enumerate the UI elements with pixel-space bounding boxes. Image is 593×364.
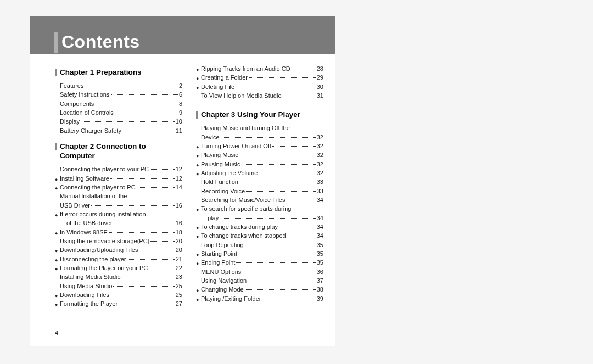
toc-page: 6 [179, 91, 182, 99]
toc-label: To View Help on Media Studio [201, 92, 282, 100]
toc-page: 33 [317, 187, 323, 195]
toc-page: 37 [317, 277, 323, 285]
toc-entry: ●Formatting the Player27 [55, 300, 182, 308]
toc-entry: ●Playing /Exiting Folder39 [196, 295, 323, 303]
bullet-icon: ● [55, 267, 60, 272]
bullet-icon: ● [55, 177, 60, 182]
toc-page: 18 [176, 228, 182, 237]
leader-dots [110, 178, 175, 179]
chapter-title: Chapter 3 Using Your Player [201, 110, 300, 120]
toc-label: Display [60, 117, 80, 126]
bullet-icon: ● [196, 145, 201, 150]
bullet-icon: ● [196, 226, 201, 231]
toc-page: 21 [176, 255, 182, 264]
toc-label: Features [60, 82, 83, 90]
toc-page: 9 [179, 109, 182, 117]
toc-entry: ●Connecting the player to PC14 [55, 183, 182, 192]
bullet-icon: ● [55, 294, 60, 299]
toc-label: Pausing Music [201, 160, 240, 169]
leader-dots [122, 277, 175, 277]
toc-page: 23 [176, 273, 182, 281]
leader-dots [91, 205, 175, 206]
toc-label: In Windows 98SE [60, 228, 108, 237]
bullet-icon: ● [196, 253, 201, 257]
leader-dots [245, 289, 316, 290]
column-right: ●Ripping Tracks from an Audio CD28●Creat… [196, 65, 323, 309]
toc-entry: ●If error occurs during installation [55, 210, 182, 219]
toc-page: 32 [317, 133, 323, 142]
toc-entry: Loop Repeating35 [196, 241, 323, 249]
leader-dots [220, 218, 316, 219]
bullet-icon: ● [196, 68, 201, 72]
toc-page: 20 [176, 246, 182, 254]
toc-label: Location of Controls [60, 109, 114, 117]
leader-dots [242, 272, 315, 272]
chapter-title: Chapter 1 Preparations [60, 68, 142, 77]
chapter-accent-bar [55, 69, 57, 76]
toc-entry: ●To change tracks during play34 [196, 223, 323, 231]
toc-page: 35 [317, 259, 323, 267]
leader-dots [236, 262, 315, 263]
toc-label: Downloading/Uploading Files [60, 246, 138, 254]
toc-entry: Location of Controls9 [55, 109, 182, 117]
toc-label: Connecting the player to PC [60, 183, 136, 192]
toc-page: 32 [317, 142, 323, 150]
toc-label: Device [201, 133, 220, 142]
toc-entry: ●Deleting File30 [196, 83, 323, 91]
bullet-icon: ● [55, 186, 60, 191]
toc-label: Adjusting the Volume [201, 169, 258, 177]
toc-entry: Recording Voice33 [196, 187, 323, 195]
toc-label: USB Driver [60, 201, 90, 210]
toc-label: Manual Installation of the [60, 192, 127, 200]
leader-dots [85, 86, 177, 86]
toc-entry: Using Navigation37 [196, 277, 323, 285]
toc-page: 27 [176, 300, 182, 308]
toc-label: Using Media Studio [60, 282, 112, 290]
toc-entry: ●Playing Music32 [196, 151, 323, 159]
leader-dots [236, 87, 316, 87]
toc-entry: Components8 [55, 100, 182, 108]
toc-label: Ripping Tracks from an Audio CD [201, 65, 290, 73]
toc-entry: ●Installing Software12 [55, 175, 182, 183]
leader-dots [114, 223, 175, 223]
leader-dots [95, 104, 178, 104]
toc-page: 10 [176, 117, 182, 126]
toc-entry: ●Pausing Music32 [196, 160, 323, 169]
toc-page: 8 [179, 100, 182, 108]
toc-page: 35 [317, 250, 323, 258]
toc-page: 12 [176, 165, 182, 173]
toc-label: Installing Media Studio [60, 273, 121, 281]
bullet-icon: ● [196, 172, 201, 177]
chapter-heading: Chapter 3 Using Your Player [196, 110, 323, 120]
leader-dots [292, 69, 316, 69]
leader-dots [283, 96, 316, 96]
bullet-icon: ● [196, 261, 201, 266]
toc-label: Connecting the player to your PC [60, 165, 149, 173]
leader-dots [111, 94, 178, 95]
toc-label: Components [60, 100, 94, 108]
toc-page: 34 [317, 196, 323, 204]
toc-page: 34 [317, 223, 323, 231]
leader-dots [115, 113, 178, 113]
toc-label: Downloading Files [60, 291, 109, 299]
leader-dots [150, 169, 175, 170]
bullet-icon: ● [55, 249, 60, 254]
leader-dots [113, 286, 174, 287]
leader-dots [262, 299, 315, 299]
toc-entry: ●In Windows 98SE18 [55, 228, 182, 237]
toc-page: 32 [317, 169, 323, 177]
toc-page: 11 [176, 127, 182, 135]
toc-entry: ●Downloading/Uploading Files20 [55, 246, 182, 254]
toc-label: Formating the Player on your PC [60, 264, 148, 272]
bullet-icon: ● [196, 208, 201, 212]
page-title: Contents [61, 32, 140, 52]
toc-label: Deleting File [201, 83, 234, 91]
toc-entry: ●Formating the Player on your PC22 [55, 264, 182, 272]
toc-entry: ●Ripping Tracks from an Audio CD28 [196, 65, 323, 73]
leader-dots [122, 131, 175, 131]
toc-entry: play34 [196, 214, 323, 222]
toc-label: Playing Music and turning Off the [201, 124, 290, 132]
leader-dots [287, 236, 316, 236]
toc-entry: Installing Media Studio23 [55, 273, 182, 281]
bullet-icon: ● [196, 163, 201, 168]
